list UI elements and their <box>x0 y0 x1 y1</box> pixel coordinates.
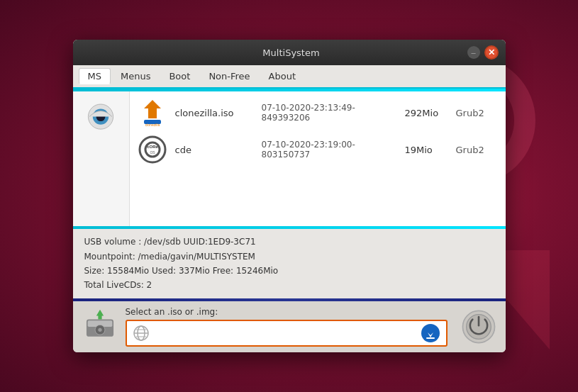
close-icon: ✕ <box>488 47 495 57</box>
eye-icon <box>84 99 118 133</box>
download-button-icon[interactable] <box>421 323 440 343</box>
svg-rect-23 <box>426 337 435 339</box>
menu-label-boot: Boot <box>169 71 190 82</box>
window-controls: – ✕ <box>467 45 499 60</box>
add-iso-icon[interactable] <box>82 308 118 345</box>
file-type-2: Grub2 <box>456 145 484 155</box>
svg-point-14 <box>98 328 101 332</box>
titlebar: MultiSystem – ✕ <box>73 40 506 65</box>
minimize-button[interactable]: – <box>467 46 480 59</box>
menu-item-boot[interactable]: Boot <box>160 69 199 84</box>
menu-item-nonfree[interactable]: Non-Free <box>200 69 258 84</box>
window-title: MultiSystem <box>116 47 467 58</box>
info-line-1: USB volume : /dev/sdb UUID:1ED9-3C71 <box>84 235 494 249</box>
menu-label-menus: Menus <box>121 71 150 82</box>
svg-marker-15 <box>96 310 103 320</box>
left-sidebar <box>73 91 130 226</box>
action-label: Select an .iso or .img: <box>126 307 448 317</box>
action-area: Select an .iso or .img: <box>73 301 506 352</box>
menu-label-about: About <box>269 71 296 82</box>
info-area: USB volume : /dev/sdb UUID:1ED9-3C71 Mou… <box>73 229 506 298</box>
iso-input[interactable] <box>154 327 416 338</box>
svg-text:cORe: cORe <box>147 145 158 149</box>
menu-item-ms[interactable]: MS <box>79 68 111 84</box>
svg-point-21 <box>421 324 440 342</box>
iso-input-wrapper <box>126 320 448 347</box>
info-line-2: Mountpoint: /media/gavin/MULTISYSTEM <box>84 250 494 264</box>
action-right-panel: Select an .iso or .img: <box>126 307 448 347</box>
file-size-2: 19Mio <box>405 145 448 155</box>
menubar: MS Menus Boot Non-Free About <box>73 65 506 89</box>
file-date-1: 07-10-2020-23:13:49-849393206 <box>262 103 396 123</box>
file-icon-coreos: cORe OS <box>138 135 167 164</box>
file-type-1: Grub2 <box>456 108 484 118</box>
close-button[interactable]: ✕ <box>484 45 499 60</box>
menu-item-about[interactable]: About <box>260 69 304 84</box>
info-line-3: Size: 15584Mio Used: 337Mio Free: 15246M… <box>84 264 494 278</box>
file-list: clonezilla clonezilla.iso 07-10-2020-23:… <box>130 91 506 226</box>
globe-icon <box>133 325 150 342</box>
info-line-4: Total LiveCDs: 2 <box>84 278 494 292</box>
svg-text:clonezilla: clonezilla <box>145 123 160 127</box>
menu-item-menus[interactable]: Menus <box>112 69 159 84</box>
file-icon-clonezilla: clonezilla <box>138 99 167 127</box>
menu-label-nonfree: Non-Free <box>209 71 250 82</box>
file-name-1: clonezilla.iso <box>175 108 253 118</box>
file-name-2: cde <box>175 145 253 155</box>
svg-marker-4 <box>144 100 161 118</box>
minimize-icon: – <box>471 48 475 57</box>
file-date-2: 07-10-2020-23:19:00-803150737 <box>262 140 396 159</box>
table-row[interactable]: clonezilla clonezilla.iso 07-10-2020-23:… <box>130 94 506 131</box>
svg-text:OS: OS <box>150 150 155 155</box>
table-row[interactable]: cORe OS cde 07-10-2020-23:19:00-80315073… <box>130 131 506 168</box>
file-size-1: 292Mio <box>405 108 448 118</box>
menu-label-ms: MS <box>88 71 101 82</box>
main-window: MultiSystem – ✕ MS Menus Boot Non-Free A… <box>73 40 506 352</box>
content-area: clonezilla clonezilla.iso 07-10-2020-23:… <box>73 91 506 226</box>
svg-point-7 <box>140 137 165 162</box>
power-button[interactable] <box>460 308 497 345</box>
